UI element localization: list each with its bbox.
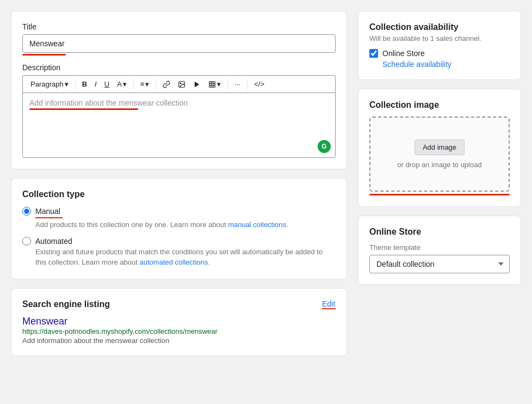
seo-page-title[interactable]: Menswear (22, 316, 67, 327)
automated-radio[interactable] (22, 237, 31, 246)
online-store-checkbox-row: Online Store (369, 49, 510, 58)
automated-radio-row: Automated (22, 237, 336, 246)
seo-content: Menswear https://daves-potnoodles.myshop… (22, 316, 336, 345)
grammarly-icon: G (318, 140, 331, 153)
seo-card: Search engine listing Edit Menswear http… (11, 288, 347, 356)
manual-radio-item: Manual Add products to this collection o… (22, 207, 336, 230)
video-button[interactable] (190, 78, 204, 90)
title-underline (22, 54, 66, 56)
table-button[interactable]: ▾ (205, 78, 224, 90)
automated-label[interactable]: Automated (35, 237, 72, 246)
collection-image-card: Collection image Add image or drop an im… (358, 89, 521, 207)
link-button[interactable] (159, 78, 174, 90)
manual-radio[interactable] (22, 207, 31, 216)
seo-url: https://daves-potnoodles.myshopify.com/c… (22, 327, 336, 335)
seo-edit-button[interactable]: Edit (322, 299, 335, 308)
collection-type-card: Collection type Manual Add products to t… (11, 178, 347, 279)
title-input[interactable] (22, 34, 336, 53)
paragraph-dropdown[interactable]: Paragraph ▾ (27, 78, 72, 90)
chevron-down-icon-2: ▾ (123, 80, 127, 88)
table-icon (208, 81, 216, 88)
underline-button[interactable]: U (101, 78, 113, 90)
availability-subtitle: Will be available to 1 sales channel. (369, 34, 510, 42)
automated-desc: Existing and future products that match … (35, 247, 336, 268)
availability-title: Collection availability (369, 22, 510, 32)
add-image-button[interactable]: Add image (415, 139, 465, 155)
theme-template-label: Theme template (369, 243, 510, 252)
schedule-availability-link[interactable]: Schedule availability (382, 60, 510, 69)
manual-radio-row: Manual (22, 207, 336, 216)
image-icon (178, 81, 185, 88)
image-toolbar-button[interactable] (175, 78, 189, 90)
radio-group: Manual Add products to this collection o… (22, 207, 336, 268)
chevron-down-icon: ▾ (65, 80, 69, 88)
manual-desc: Add products to this collection one by o… (35, 219, 336, 230)
image-drop-zone[interactable]: Add image or drop an image to upload (369, 117, 510, 192)
manual-label[interactable]: Manual (35, 207, 60, 216)
editor-placeholder-underline (29, 108, 138, 110)
seo-header: Search engine listing Edit (22, 299, 336, 309)
more-button[interactable]: ··· (231, 78, 244, 90)
title-label: Title (22, 22, 336, 31)
editor-toolbar: Paragraph ▾ B I U A ▾ ≡ ▾ (22, 75, 336, 93)
seo-description: Add information about the menswear colle… (22, 336, 336, 345)
toolbar-divider-3 (156, 79, 156, 90)
online-store-checkbox[interactable] (369, 49, 378, 58)
collection-image-title: Collection image (369, 100, 510, 110)
collection-type-title: Collection type (22, 189, 336, 199)
toolbar-divider-5 (247, 79, 248, 90)
editor-body[interactable]: Add information about the menswear colle… (22, 93, 336, 158)
editor-placeholder: Add information about the menswear colle… (29, 99, 329, 107)
automated-radio-item: Automated Existing and future products t… (22, 237, 336, 268)
link-icon (163, 81, 170, 88)
image-underline (369, 194, 510, 195)
online-store-title: Online Store (369, 227, 510, 237)
seo-title: Search engine listing (22, 299, 110, 309)
italic-button[interactable]: I (91, 78, 100, 90)
svg-marker-2 (195, 81, 199, 87)
align-button[interactable]: ≡ ▾ (137, 78, 153, 90)
theme-template-select[interactable]: Default collection (369, 255, 510, 273)
svg-point-1 (180, 83, 181, 84)
seo-edit-underline (322, 308, 336, 309)
toolbar-divider-2 (133, 79, 134, 90)
svg-rect-3 (209, 81, 215, 87)
online-store-card: Online Store Theme template Default coll… (358, 216, 521, 285)
description-label: Description (22, 63, 336, 72)
text-color-button[interactable]: A ▾ (114, 78, 130, 90)
online-store-checkbox-label[interactable]: Online Store (382, 49, 425, 58)
availability-card: Collection availability Will be availabl… (358, 11, 521, 80)
manual-collections-link[interactable]: manual collections (228, 221, 286, 229)
chevron-down-icon-4: ▾ (217, 80, 221, 88)
manual-label-underline (35, 217, 63, 218)
chevron-down-icon-3: ▾ (145, 80, 149, 88)
code-button[interactable]: </> (251, 78, 268, 90)
drop-text: or drop an image to upload (397, 161, 481, 169)
automated-collections-link[interactable]: automated collections (140, 258, 208, 266)
play-icon (193, 81, 201, 88)
toolbar-divider-4 (227, 79, 228, 90)
toolbar-divider-1 (75, 79, 76, 90)
bold-button[interactable]: B (79, 78, 90, 90)
title-card: Title Description Paragraph ▾ B I U A ▾ (11, 11, 347, 169)
